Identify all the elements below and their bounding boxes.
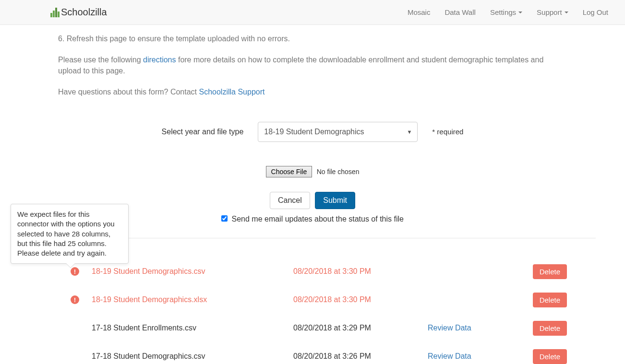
cancel-button[interactable]: Cancel — [270, 192, 310, 209]
nav-settings[interactable]: Settings — [483, 0, 529, 24]
nav-support[interactable]: Support — [529, 0, 576, 24]
review-data-link[interactable]: Review Data — [428, 352, 471, 360]
file-date: 08/20/2018 at 3:30 PM — [293, 295, 428, 304]
support-link[interactable]: Schoolzilla Support — [199, 88, 265, 96]
error-icon: ! — [71, 295, 79, 304]
file-name: 17-18 Student Demographics.csv — [92, 352, 293, 361]
file-row: 17-18 Student Demographics.csv08/20/2018… — [58, 342, 567, 364]
file-name: 18-19 Student Demographics.csv — [92, 267, 293, 276]
chevron-down-icon — [518, 12, 522, 13]
file-row: !18-19 Student Demographics.csv08/20/201… — [58, 258, 567, 286]
email-updates-checkbox[interactable] — [221, 215, 228, 222]
year-filetype-select[interactable]: 18-19 Student Demographics — [258, 122, 418, 142]
file-date: 08/20/2018 at 3:26 PM — [293, 352, 428, 361]
brand-text: Schoolzilla — [61, 7, 107, 18]
required-label: * required — [432, 128, 463, 136]
logo-icon — [50, 8, 60, 17]
nav-menu: Mosaic Data Wall Settings Support Log Ou… — [400, 0, 615, 24]
delete-button[interactable]: Delete — [533, 321, 567, 336]
submit-button[interactable]: Submit — [315, 192, 355, 209]
error-icon: ! — [71, 267, 79, 276]
file-row: 17-18 Student Enrollments.csv08/20/2018 … — [58, 314, 567, 342]
nav-logout[interactable]: Log Out — [576, 0, 615, 24]
no-file-text: No file chosen — [317, 168, 360, 176]
directions-link[interactable]: directions — [143, 56, 176, 64]
choose-file-button[interactable]: Choose File — [266, 166, 312, 177]
delete-button[interactable]: Delete — [533, 293, 567, 307]
delete-button[interactable]: Delete — [533, 349, 567, 364]
brand[interactable]: Schoolzilla — [50, 7, 107, 18]
email-updates-label[interactable]: Send me email updates about the status o… — [221, 215, 404, 223]
file-date: 08/20/2018 at 3:30 PM — [293, 267, 428, 276]
nav-data-wall[interactable]: Data Wall — [437, 0, 482, 24]
instructions: 6. Refresh this page to ensure the templ… — [58, 34, 567, 98]
navbar: Schoolzilla Mosaic Data Wall Settings Su… — [0, 0, 625, 25]
review-data-link[interactable]: Review Data — [428, 324, 471, 332]
questions-paragraph: Have questions about this form? Contact … — [58, 87, 567, 97]
error-tooltip: We expect files for this connector with … — [11, 204, 129, 264]
directions-paragraph: Please use the following directions fore… — [58, 55, 567, 76]
file-name: 18-19 Student Demographics.xlsx — [92, 295, 293, 304]
nav-mosaic[interactable]: Mosaic — [400, 0, 438, 24]
select-label: Select year and file type — [162, 128, 244, 136]
file-name: 17-18 Student Enrollments.csv — [92, 324, 293, 332]
step-6-text: 6. Refresh this page to ensure the templ… — [58, 34, 567, 44]
chevron-down-icon — [565, 12, 568, 13]
delete-button[interactable]: Delete — [533, 264, 567, 279]
file-date: 08/20/2018 at 3:29 PM — [293, 324, 428, 332]
file-row: !18-19 Student Demographics.xlsx08/20/20… — [58, 286, 567, 314]
file-list: !18-19 Student Demographics.csv08/20/201… — [58, 258, 567, 364]
